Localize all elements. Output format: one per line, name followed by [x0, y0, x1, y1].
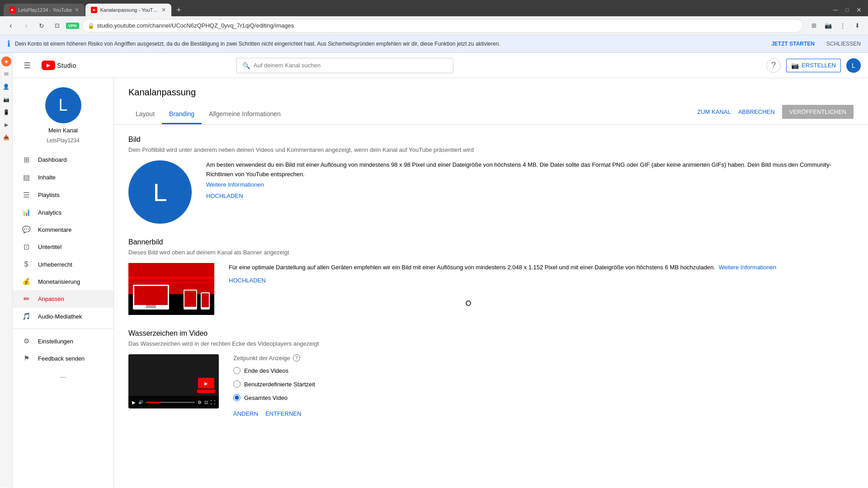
menu-toggle-btn[interactable]: ☰: [20, 58, 34, 73]
banner-content: Für eine optimale Darstellung auf allen …: [128, 263, 854, 315]
maximize-btn[interactable]: □: [842, 4, 853, 16]
banner-section: Bannerbild Dieses Bild wird oben auf dei…: [128, 238, 854, 315]
radio-gesamtes[interactable]: Gesamtes Video: [233, 394, 854, 401]
tab-branding[interactable]: Branding: [162, 105, 202, 124]
close-window-btn[interactable]: ✕: [854, 4, 864, 16]
search-input-wrap[interactable]: 🔍: [236, 58, 453, 73]
untertitel-icon: ⊡: [22, 243, 31, 251]
sidebar-icon-2[interactable]: ✉: [1, 69, 11, 79]
urheberrecht-label: Urheberrecht: [38, 261, 72, 268]
nav-item-kommentare[interactable]: 💬 Kommentare: [13, 221, 113, 238]
url-bar[interactable]: 🔒 studio.youtube.com/channel/UCocN6zQPHQ…: [82, 19, 803, 33]
security-close-btn[interactable]: SCHLIESSEN: [826, 41, 861, 47]
nav-item-einstellungen[interactable]: ⚙ Einstellungen: [13, 333, 113, 350]
banner-info: Für eine optimale Darstellung auf allen …: [229, 263, 854, 284]
yt-studio-logo[interactable]: ▶ Studio: [42, 61, 76, 70]
playlists-label: Playlists: [38, 192, 60, 198]
nav-more-btn[interactable]: ...: [13, 367, 113, 384]
jetzt-starten-btn[interactable]: JETZT STARTEN: [771, 41, 815, 47]
screenshot-btn[interactable]: 📷: [822, 19, 835, 32]
channel-info: L Mein Kanal LetsPlay1234: [13, 78, 113, 151]
tab-allgemeine[interactable]: Allgemeine Informationen: [202, 105, 288, 124]
extensions-btn[interactable]: ⊞: [807, 19, 820, 32]
search-icon: 🔍: [242, 62, 250, 69]
anpassen-label: Anpassen: [38, 296, 64, 302]
bild-content: L Am besten verwendest du ein Bild mit e…: [128, 160, 854, 224]
security-message: Dein Konto ist einem höheren Risiko von …: [15, 41, 767, 47]
play-btn[interactable]: ▶: [132, 400, 136, 405]
einstellungen-icon: ⚙: [22, 337, 31, 345]
kommentare-icon: 💬: [22, 225, 31, 234]
bild-title: Bild: [128, 136, 854, 144]
nav-item-anpassen[interactable]: ✏ Anpassen: [13, 290, 113, 308]
new-tab-btn[interactable]: +: [172, 4, 185, 16]
browser-chrome: ▶ LetsPlay1234 - YouTube ✕ ▶ Kanalanpass…: [0, 0, 868, 16]
nav-divider-1: [13, 328, 113, 329]
yt-studio-header: ☰ ▶ Studio 🔍 ? 📷 ERSTELLEN: [13, 53, 868, 78]
tab-layout[interactable]: Layout: [128, 105, 162, 124]
nav-item-audio[interactable]: 🎵 Audio-Mediathek: [13, 308, 113, 325]
nav-item-monetarisierung[interactable]: 💰 Monetarisierung: [13, 273, 113, 290]
sidebar-icon-1[interactable]: ◉: [1, 56, 11, 66]
minimize-btn[interactable]: ─: [830, 4, 841, 16]
banner-more-link[interactable]: Weitere Informationen: [719, 264, 777, 271]
vpn-badge: VPN: [66, 23, 79, 29]
settings-player-btn[interactable]: ⚙: [198, 400, 202, 405]
abbrechen-btn[interactable]: ABBRECHEN: [738, 108, 775, 115]
yt-studio-app: ☰ ▶ Studio 🔍 ? 📷 ERSTELLEN: [13, 53, 868, 488]
radio-benutzerdefiniert[interactable]: Benutzerdefinierte Startzeit: [233, 380, 854, 388]
vol-btn[interactable]: 🔊: [138, 400, 143, 404]
nav-item-dashboard[interactable]: ⊞ Dashboard: [13, 151, 113, 169]
radio-ende-input[interactable]: [233, 367, 241, 374]
entfernen-btn[interactable]: ENTFERNEN: [265, 410, 301, 417]
andern-btn[interactable]: ÄNDERN: [233, 410, 258, 417]
tab-active[interactable]: ▶ Kanalanpassung - YouTu... ✕: [85, 4, 171, 16]
nav-item-feedback[interactable]: ⚑ Feedback senden: [13, 350, 113, 367]
download-btn[interactable]: ⬇: [851, 19, 863, 32]
bild-upload-btn[interactable]: HOCHLADEN: [206, 192, 243, 199]
page-title: Kanalanpassung: [128, 87, 854, 98]
sidebar-icon-5[interactable]: 📱: [1, 107, 11, 117]
nav-item-untertitel[interactable]: ⊡ Untertitel: [13, 238, 113, 256]
sidebar-icon-6[interactable]: ▶: [1, 120, 11, 130]
tab-close-2[interactable]: ✕: [161, 7, 166, 13]
sidebar-icon-4[interactable]: 📷: [1, 94, 11, 104]
progress-bar[interactable]: [146, 402, 195, 403]
tab-inactive[interactable]: ▶ LetsPlay1234 - YouTube ✕: [4, 4, 85, 16]
radio-benutzerdefiniert-input[interactable]: [233, 380, 241, 388]
watermark-logo: ▶: [197, 378, 215, 393]
forward-btn[interactable]: ›: [20, 19, 33, 32]
bild-more-link[interactable]: Weitere Informationen: [206, 181, 854, 188]
anpassen-icon: ✏: [22, 295, 31, 303]
main-content: Kanalanpassung Layout Branding Allgemein…: [114, 78, 868, 488]
radio-gesamtes-input[interactable]: [233, 394, 241, 401]
nav-bottom-section: ⚙ Einstellungen ⚑ Feedback senden ...: [13, 333, 113, 384]
back-btn[interactable]: ‹: [5, 19, 17, 32]
help-btn[interactable]: ?: [766, 58, 781, 73]
zeitpunkt-help-icon[interactable]: ?: [293, 354, 300, 361]
user-avatar[interactable]: L: [846, 58, 861, 73]
search-input[interactable]: [254, 62, 448, 69]
nav-item-playlists[interactable]: ☰ Playlists: [13, 186, 113, 204]
browser-menu-btn[interactable]: ⋮: [836, 19, 849, 32]
profile-preview: L: [128, 160, 192, 224]
nav-item-inhalte[interactable]: ▤ Inhalte: [13, 169, 113, 186]
sidebar-icon-7[interactable]: 📥: [1, 132, 11, 142]
nav-item-analytics[interactable]: 📊 Analytics: [13, 204, 113, 221]
create-btn[interactable]: 📷 ERSTELLEN: [786, 59, 841, 72]
channel-avatar[interactable]: L: [45, 87, 81, 123]
nav-item-urheberrecht[interactable]: $ Urheberrecht: [13, 256, 113, 273]
zum-kanal-btn[interactable]: ZUM KANAL: [697, 108, 731, 115]
miniplayer-btn[interactable]: ⊡: [204, 400, 208, 405]
fullscreen-btn[interactable]: ⛶: [211, 400, 215, 405]
tab-title-2: Kanalanpassung - YouTu...: [100, 7, 159, 13]
banner-upload-btn[interactable]: HOCHLADEN: [229, 277, 266, 284]
tab-close-1[interactable]: ✕: [75, 7, 79, 13]
radio-ende[interactable]: Ende des Videos: [233, 367, 854, 374]
home-btn[interactable]: ⊡: [51, 19, 63, 32]
veroffentlichen-btn[interactable]: VERÖFFENTLICHEN: [782, 105, 854, 119]
analytics-label: Analytics: [38, 209, 61, 216]
channel-name: Mein Kanal: [48, 127, 78, 134]
reload-btn[interactable]: ↻: [35, 19, 48, 32]
sidebar-icon-3[interactable]: 👤: [1, 82, 11, 92]
